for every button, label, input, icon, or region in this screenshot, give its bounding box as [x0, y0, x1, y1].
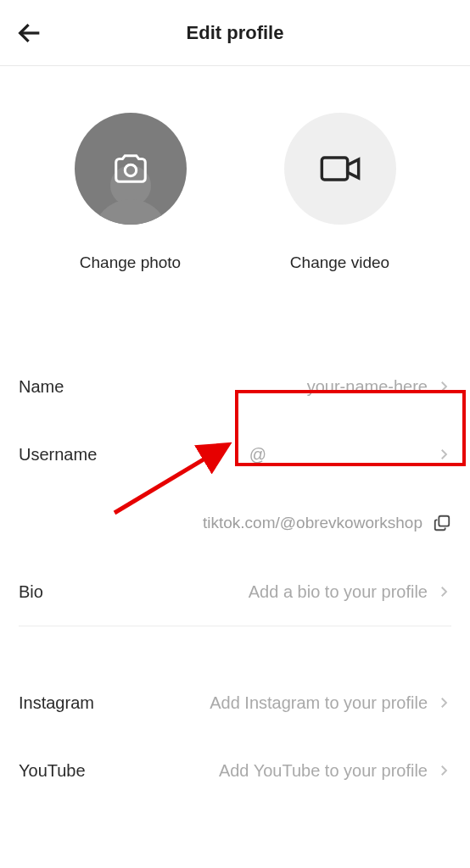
name-value: your-name-here — [307, 377, 428, 397]
chevron-right-icon — [436, 379, 451, 394]
youtube-label: YouTube — [19, 761, 86, 781]
username-label: Username — [19, 445, 97, 465]
photo-avatar-circle — [75, 113, 187, 225]
youtube-row[interactable]: YouTube Add YouTube to your profile — [19, 737, 451, 804]
bio-label: Bio — [19, 582, 43, 602]
back-button[interactable] — [15, 19, 44, 47]
media-row: Change photo Change video — [0, 66, 470, 289]
profile-fields: Name your-name-here Username @ — [0, 353, 470, 488]
header: Edit profile — [0, 0, 470, 66]
bio-row[interactable]: Bio Add a bio to your profile — [19, 558, 451, 626]
change-video-button[interactable]: Change video — [284, 113, 396, 272]
youtube-value: Add YouTube to your profile — [219, 761, 428, 781]
svg-rect-4 — [439, 516, 449, 526]
instagram-label: Instagram — [19, 693, 94, 713]
social-fields: Instagram Add Instagram to your profile … — [0, 669, 470, 804]
camera-icon — [111, 149, 150, 188]
chevron-right-icon — [436, 763, 451, 778]
chevron-right-icon — [436, 584, 451, 599]
profile-url-text: tiktok.com/@obrevkoworkshop — [203, 514, 422, 532]
change-photo-button[interactable]: Change photo — [75, 113, 187, 272]
svg-marker-3 — [347, 159, 358, 178]
username-row[interactable]: Username @ — [19, 420, 451, 488]
copy-icon[interactable] — [433, 514, 451, 532]
back-arrow-icon — [15, 19, 44, 47]
name-label: Name — [19, 377, 64, 397]
instagram-value-wrap: Add Instagram to your profile — [210, 693, 451, 713]
youtube-value-wrap: Add YouTube to your profile — [219, 761, 451, 781]
svg-point-1 — [125, 164, 136, 175]
bio-fields: Bio Add a bio to your profile — [0, 558, 470, 626]
username-value: @ — [249, 445, 266, 465]
instagram-value: Add Instagram to your profile — [210, 693, 428, 713]
name-value-wrap: your-name-here — [307, 377, 451, 397]
avatar-placeholder-body — [92, 199, 169, 225]
bio-value: Add a bio to your profile — [249, 582, 428, 602]
video-icon — [318, 147, 362, 191]
instagram-row[interactable]: Instagram Add Instagram to your profile — [19, 669, 451, 737]
name-row[interactable]: Name your-name-here — [19, 353, 451, 420]
video-avatar-circle — [284, 113, 396, 225]
page-title: Edit profile — [187, 22, 284, 44]
chevron-right-icon — [436, 695, 451, 710]
username-value-wrap: @ — [249, 445, 451, 465]
change-photo-label: Change photo — [80, 253, 181, 272]
section-divider — [19, 626, 451, 626]
profile-url-row: tiktok.com/@obrevkoworkshop — [0, 514, 470, 532]
svg-rect-2 — [322, 158, 347, 180]
bio-value-wrap: Add a bio to your profile — [249, 582, 451, 602]
chevron-right-icon — [436, 447, 451, 462]
change-video-label: Change video — [290, 253, 389, 272]
